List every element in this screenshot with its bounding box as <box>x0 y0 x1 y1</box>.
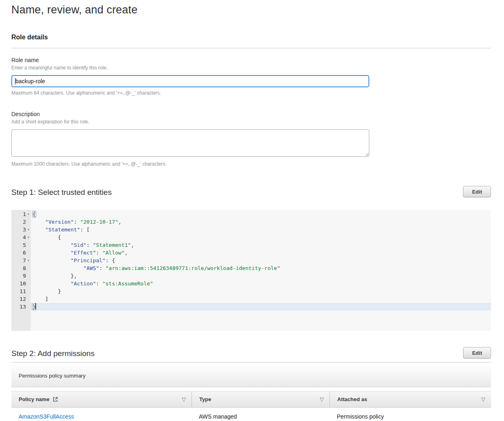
panel-title: Permissions policy summary <box>19 373 86 379</box>
description-label: Description <box>11 111 491 117</box>
gutter-line[interactable]: 6 <box>11 249 31 257</box>
filter-icon[interactable]: ▽ <box>182 396 186 402</box>
code-line[interactable]: }, <box>31 272 491 280</box>
filter-icon[interactable]: ▽ <box>320 396 324 402</box>
panel-header: Permissions policy summary <box>11 364 491 387</box>
page-title: Name, review, and create <box>11 0 491 16</box>
permissions-summary-panel: Permissions policy summary Policy name ▽ <box>11 364 491 421</box>
gutter-line[interactable]: 2 <box>11 218 31 226</box>
editor-code[interactable]: { "Version": "2012-10-17", "Statement": … <box>31 210 491 331</box>
code-line[interactable]: "Version": "2012-10-17", <box>31 218 491 226</box>
attached-as-value: Permissions policy <box>337 413 384 420</box>
gutter-line[interactable]: 8 <box>11 264 31 272</box>
edit-permissions-button[interactable]: Edit <box>463 347 491 358</box>
code-line[interactable]: "Effect": "Allow", <box>31 249 491 257</box>
editor-cursor <box>35 303 36 309</box>
column-header-attached-as[interactable]: Attached as ▽ <box>330 391 491 407</box>
gutter-line[interactable]: 13 <box>11 303 31 311</box>
table-row: AmazonS3FullAccess AWS managed Permissio… <box>11 408 491 421</box>
trust-policy-editor[interactable]: 1▾23▾4▾567▾8910111213 { "Version": "2012… <box>11 210 491 331</box>
description-hint: Add a short explanation for this role. <box>11 119 491 125</box>
gutter-line[interactable]: 12 <box>11 295 31 303</box>
column-label: Attached as <box>337 396 367 402</box>
edit-trusted-entities-button[interactable]: Edit <box>463 186 491 197</box>
step2-heading: Step 2: Add permissions <box>11 347 95 358</box>
column-header-type[interactable]: Type ▽ <box>192 391 330 407</box>
policy-table-header: Policy name ▽ Type ▽ Attached as <box>11 391 491 408</box>
external-link-icon <box>52 396 58 402</box>
code-line[interactable]: ] <box>31 295 491 303</box>
code-line[interactable]: "Action": "sts:AssumeRole" <box>31 280 491 287</box>
description-constraint: Maximum 1000 characters. Use alphanumeri… <box>11 161 491 167</box>
gutter-line[interactable]: 9 <box>11 272 31 280</box>
code-line[interactable]: { <box>31 210 491 218</box>
code-line[interactable]: } <box>31 287 491 295</box>
gutter-line[interactable]: 11 <box>11 287 31 295</box>
policy-table-body: AmazonS3FullAccess AWS managed Permissio… <box>11 408 491 421</box>
step1-heading: Step 1: Select trusted entities <box>11 186 112 197</box>
fold-arrow-icon[interactable]: ▾ <box>26 226 31 233</box>
gutter-line[interactable]: 7▾ <box>11 257 31 264</box>
column-header-policy-name[interactable]: Policy name ▽ <box>11 391 192 407</box>
editor-gutter[interactable]: 1▾23▾4▾567▾8910111213 <box>11 210 31 331</box>
column-label: Type <box>199 396 211 402</box>
fold-arrow-icon[interactable]: ▾ <box>26 233 31 241</box>
role-name-hint: Enter a meaningful name to identify this… <box>11 65 491 71</box>
policy-type-value: AWS managed <box>199 413 237 420</box>
divider <box>11 362 491 363</box>
role-name-input[interactable] <box>11 75 369 87</box>
description-textarea[interactable] <box>11 130 369 157</box>
column-label: Policy name <box>19 396 50 402</box>
code-line[interactable]: "AWS": "arn:aws:iam::541263489771:role/w… <box>31 264 491 272</box>
filter-icon[interactable]: ▽ <box>481 396 485 402</box>
fold-arrow-icon[interactable]: ▾ <box>26 257 31 264</box>
text-caret <box>15 78 15 84</box>
code-line[interactable]: "Sid": "Statement1", <box>31 241 491 249</box>
code-line[interactable]: "Principal": { <box>31 257 491 264</box>
role-name-constraint: Maximum 64 characters. Use alphanumeric … <box>11 90 491 96</box>
page: Name, review, and create Role details Ro… <box>0 0 504 421</box>
gutter-line[interactable]: 4▾ <box>11 233 31 241</box>
gutter-line[interactable]: 1▾ <box>11 210 31 218</box>
gutter-line[interactable]: 5 <box>11 241 31 249</box>
code-line[interactable]: { <box>31 233 491 241</box>
role-name-label: Role name <box>11 57 491 63</box>
code-line[interactable]: } <box>31 303 491 311</box>
policy-name-link[interactable]: AmazonS3FullAccess <box>19 413 74 420</box>
role-details-heading: Role details <box>11 34 491 41</box>
gutter-line[interactable]: 10 <box>11 280 31 287</box>
code-line[interactable]: "Statement": [ <box>31 226 491 233</box>
fold-arrow-icon[interactable]: ▾ <box>26 210 31 218</box>
divider <box>11 48 491 48</box>
gutter-line[interactable]: 3▾ <box>11 226 31 233</box>
